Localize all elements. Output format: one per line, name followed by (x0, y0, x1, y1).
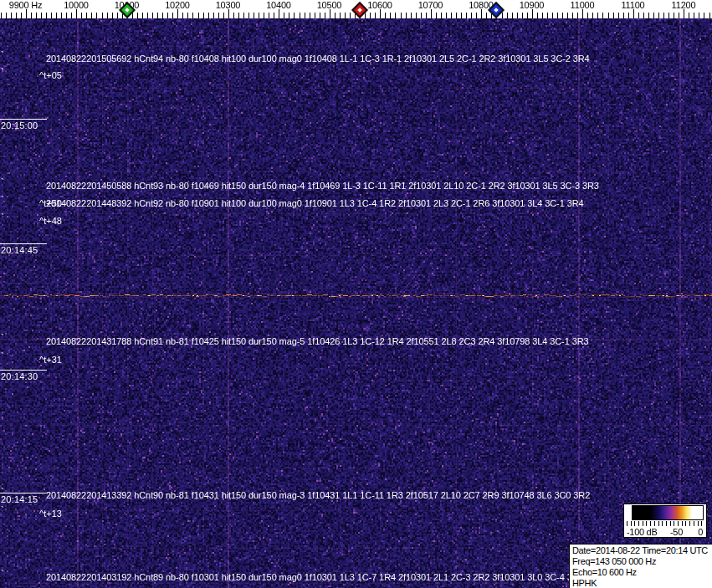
left-edge-tick: ` (1, 214, 4, 222)
time-label: 20:14:30 (1, 371, 38, 381)
detection-log-line: 20140822201431788 hCnt91 nb-81 f10425 hi… (46, 336, 589, 346)
freq-label-10700: 10700 (418, 0, 443, 10)
blue-marker-core (494, 8, 499, 13)
freq-label-10900: 10900 (520, 0, 545, 10)
left-edge-tick: ` (1, 570, 4, 579)
time-tick-rule (0, 243, 47, 244)
legend-labels: -100 dB -50 0 (624, 527, 706, 538)
overlay-layer: 20:15:0020:14:4520:14:3020:14:1520140822… (0, 0, 712, 588)
freq-label-9900: 9900 Hz (9, 0, 43, 10)
time-tick-rule (0, 119, 47, 120)
legend-label-min: -100 dB (627, 527, 657, 537)
left-edge-tick: ` (1, 69, 4, 77)
freq-label-10300: 10300 (216, 0, 241, 10)
left-edge-tick: ` (1, 488, 4, 497)
time-tick-rule (0, 493, 47, 493)
detection-log-line: 20140822201505692 hCnt94 nb-80 f10408 hi… (46, 54, 590, 64)
green-marker-core (125, 8, 130, 13)
db-scale-legend: -100 dB -50 0 (623, 504, 707, 538)
legend-label-mid: -50 (670, 527, 683, 537)
detection-time-offset: ^t+48 (39, 216, 62, 226)
red-marker-core (357, 8, 362, 13)
detection-time-offset: ^t+13 (39, 509, 62, 519)
freq-label-10000: 10000 (64, 0, 89, 10)
detection-log-line: 20140822201450588 hCnt93 nb-80 f10469 hi… (46, 181, 599, 191)
detection-time-offset: ^t+05 (39, 70, 62, 80)
status-info-box: Date=2014-08-22 Time=20:14 UTC Freq=143 … (569, 544, 712, 588)
info-station-code: HPHK (572, 578, 712, 588)
freq-label-10400: 10400 (266, 0, 291, 10)
detection-time-offset: ^t+31 (39, 355, 62, 365)
meteor-spectrogram-viewer: 20:15:0020:14:4520:14:3020:14:1520140822… (0, 0, 712, 588)
left-edge-tick: ` (1, 197, 4, 205)
info-date-time: Date=2014-08-22 Time=20:14 UTC (572, 545, 712, 556)
left-edge-tick: ` (1, 52, 4, 60)
legend-tick-marks (627, 521, 704, 526)
info-frequency: Freq=143 050 000 Hz (572, 556, 712, 567)
freq-label-10200: 10200 (165, 0, 190, 10)
legend-label-max: 0 (698, 527, 703, 537)
detection-log-line: 20140822201413392 hCnt90 nb-81 f10431 hi… (46, 490, 590, 500)
freq-label-11200: 11200 (672, 0, 696, 10)
freq-label-11100: 11100 (622, 0, 645, 10)
detection-log-line: 20140822201448392 hCnt92 nb-80 f10901 hi… (46, 198, 584, 208)
info-echo-frequency: Echo=10 600 Hz (572, 567, 712, 578)
left-edge-tick: ` (1, 507, 4, 515)
time-label: 20:14:15 (1, 494, 38, 504)
left-edge-tick: ` (1, 353, 4, 361)
frequency-axis: 9900 Hz100001010010200103001040010500106… (0, 0, 712, 18)
time-label: 20:14:45 (1, 245, 38, 255)
detection-log-line: 20140822201403192 hCnt89 nb-80 f10301 hi… (46, 572, 584, 582)
time-label: 20:15:00 (1, 120, 38, 130)
time-tick-rule (0, 370, 47, 371)
left-edge-tick: ` (1, 335, 4, 343)
freq-label-10600: 10600 (367, 0, 392, 10)
left-edge-tick: ` (1, 179, 4, 187)
freq-label-10500: 10500 (317, 0, 342, 10)
color-gradient-bar (632, 505, 704, 520)
freq-label-11000: 11000 (571, 0, 595, 10)
